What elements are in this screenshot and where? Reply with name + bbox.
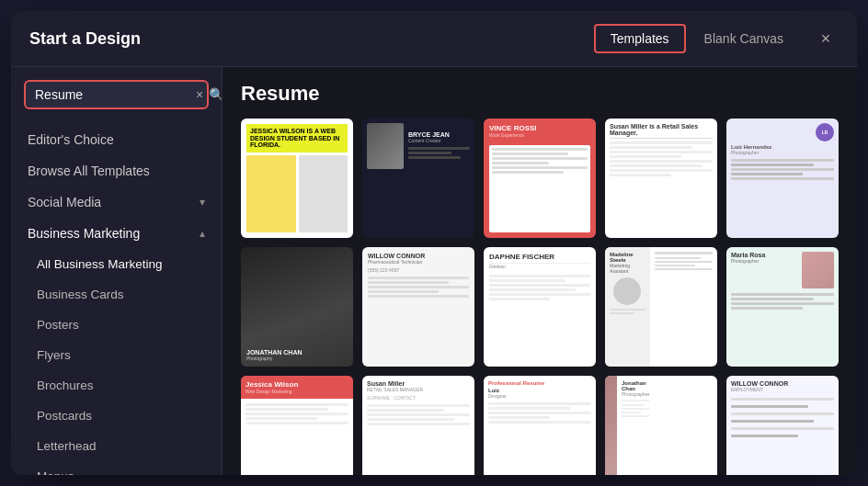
sidebar-item-all-business-marketing[interactable]: All Business Marketing <box>11 249 222 279</box>
template-card[interactable]: VINCE ROSSI Work Experience <box>484 119 596 238</box>
template-card[interactable]: Maria Rosa Photographer <box>726 247 839 367</box>
search-icon[interactable]: 🔍 <box>209 87 223 102</box>
template-card[interactable]: Professional Resume Luiz Designer <box>484 376 596 475</box>
sidebar-item-editors-choice[interactable]: Editor's Choice <box>11 124 222 155</box>
template-card[interactable]: WILLOW CONNOR EMPLOYMENT <box>726 376 839 475</box>
tab-templates[interactable]: Templates <box>594 24 686 53</box>
template-card[interactable]: DAPHNE FISCHER Dietitian <box>484 247 596 367</box>
sidebar-item-browse-all[interactable]: Browse All Templates <box>11 155 222 186</box>
search-input[interactable] <box>35 87 196 102</box>
template-card[interactable]: JONATHAN CHAN Photography <box>241 247 353 367</box>
search-clear-icon[interactable]: × <box>196 87 203 102</box>
chevron-down-icon: ▾ <box>200 196 205 209</box>
template-card[interactable]: Susan Miller is a Retail Sales Manager. <box>605 119 717 238</box>
section-title: Resume <box>241 82 839 106</box>
sidebar-item-flyers[interactable]: Flyers <box>11 340 222 370</box>
chevron-up-icon: ▴ <box>200 227 205 240</box>
template-card[interactable]: Madeline Steele Marketing Assistant <box>605 247 717 367</box>
sidebar-item-brochures[interactable]: Brochures <box>11 370 222 401</box>
close-button[interactable]: × <box>813 26 839 51</box>
sidebar-item-menus[interactable]: Menus <box>11 461 222 475</box>
sidebar-item-social-media[interactable]: Social Media ▾ <box>11 186 222 218</box>
sidebar-item-postcards[interactable]: Postcards <box>11 401 222 431</box>
sidebar-item-letterhead[interactable]: Letterhead <box>11 431 222 461</box>
sidebar-item-business-marketing[interactable]: Business Marketing ▴ <box>11 218 222 249</box>
template-card[interactable]: WILLOW CONNOR Pharmaceutical Technician … <box>362 247 474 367</box>
main-content: Resume JESSICA WILSON IS A WEB DESIGN ST… <box>223 67 857 475</box>
sidebar-item-business-cards[interactable]: Business Cards <box>11 279 222 310</box>
template-card[interactable]: LR Luiz Hernandez Photographer <box>726 119 839 238</box>
modal-title: Start a Design <box>29 29 141 49</box>
sidebar-item-posters[interactable]: Posters <box>11 310 222 340</box>
template-card[interactable]: Jessica Wilson Web Design Marketing <box>241 376 353 475</box>
tab-group: Templates Blank Canvas <box>594 24 798 53</box>
modal-body: × 🔍 Editor's Choice Browse All Templates… <box>11 67 857 475</box>
search-box[interactable]: × 🔍 <box>24 80 209 109</box>
template-card[interactable]: Susan Miller RETAIL SALES MANAGER SURNAM… <box>362 376 474 475</box>
modal-header: Start a Design Templates Blank Canvas × <box>11 11 857 67</box>
start-a-design-modal: Start a Design Templates Blank Canvas × … <box>11 11 857 475</box>
templates-grid: JESSICA WILSON IS A WEB DESIGN STUDENT B… <box>241 119 839 475</box>
template-card[interactable]: BRYCE JEAN Content Creator <box>362 119 474 238</box>
sidebar: × 🔍 Editor's Choice Browse All Templates… <box>11 67 223 475</box>
tab-blank-canvas[interactable]: Blank Canvas <box>690 24 798 53</box>
template-card[interactable]: JESSICA WILSON IS A WEB DESIGN STUDENT B… <box>241 119 353 238</box>
template-card[interactable]: Jonathan Chan Photographer <box>605 376 717 475</box>
